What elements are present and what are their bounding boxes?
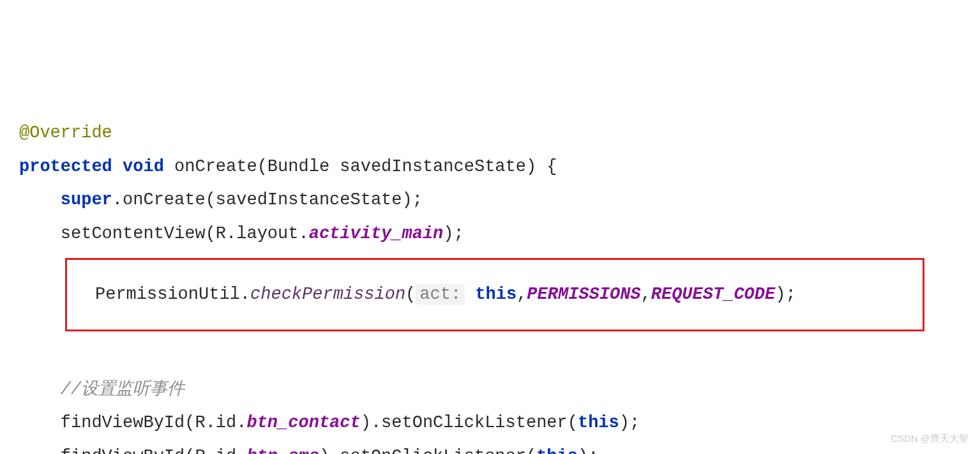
code-block: @Override protected void onCreate(Bundle… bbox=[19, 116, 961, 454]
comment-set-listener: //设置监听事件 bbox=[61, 380, 185, 399]
const-request-code: REQUEST_CODE bbox=[651, 285, 775, 304]
setcontentview-head: setContentView(R.layout. bbox=[61, 224, 309, 243]
id-btn-contact: btn_contact bbox=[246, 413, 360, 432]
findview1-mid: ).setOnClickListener( bbox=[361, 413, 578, 432]
param-hint-act: act: bbox=[416, 284, 465, 305]
comma-1: , bbox=[516, 285, 527, 304]
method-signature: onCreate(Bundle savedInstanceState) { bbox=[164, 157, 557, 176]
findview1-head: findViewById(R.id. bbox=[61, 413, 247, 432]
highlighted-code-box: PermissionUtil.checkPermission(act: this… bbox=[65, 258, 924, 331]
keyword-super: super bbox=[61, 190, 112, 209]
annotation-override-1: @Override bbox=[19, 123, 112, 142]
space bbox=[465, 285, 475, 304]
findview2-end: ); bbox=[578, 447, 598, 454]
findview2-head: findViewById(R.id. bbox=[61, 447, 247, 454]
findview1-end: ); bbox=[619, 413, 640, 432]
close-paren-1: ); bbox=[443, 224, 464, 243]
keyword-this-2: this bbox=[578, 413, 619, 432]
close-paren-2: ); bbox=[775, 285, 795, 304]
id-btn-sms: btn_sms bbox=[246, 447, 319, 454]
keyword-protected: protected bbox=[19, 157, 112, 176]
keyword-this-1: this bbox=[475, 285, 516, 304]
comma-2: , bbox=[641, 285, 651, 304]
keyword-this-3: this bbox=[536, 447, 578, 454]
keyword-void: void bbox=[123, 157, 164, 176]
super-call-tail: .onCreate(savedInstanceState); bbox=[112, 190, 423, 209]
findview2-mid: ).setOnClickListener( bbox=[319, 447, 536, 454]
const-permissions: PERMISSIONS bbox=[527, 285, 640, 304]
checkpermission-method: checkPermission bbox=[250, 285, 405, 304]
layout-activity-main: activity_main bbox=[309, 224, 444, 243]
open-paren: ( bbox=[405, 285, 416, 304]
permissionutil-head: PermissionUtil. bbox=[95, 285, 250, 304]
watermark-text: CSDN @齊天大聖 bbox=[891, 429, 969, 448]
